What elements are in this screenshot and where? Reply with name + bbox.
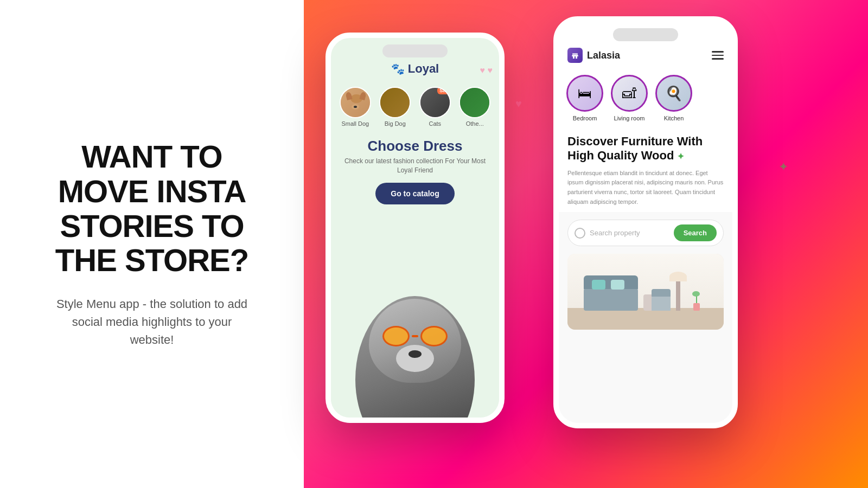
plant-leaf: [692, 291, 700, 297]
pet-avatar-cats: [419, 87, 451, 118]
hamburger-menu[interactable]: [712, 51, 724, 60]
category-circle-bedroom: 🛏: [566, 75, 603, 112]
search-circle-icon: [575, 228, 585, 239]
left-section: WANT TO MOVE INSTA STORIES TO THE STORE?…: [0, 0, 304, 488]
pet-category-cats[interactable]: Cats: [419, 87, 451, 127]
pet-category-small-dog[interactable]: Small Dog: [340, 87, 371, 127]
chair-back: [652, 289, 671, 297]
category-living[interactable]: 🛋 Living room: [611, 75, 648, 121]
pet-label-big-dog: Big Dog: [385, 120, 406, 127]
svg-rect-3: [572, 53, 578, 56]
pet-category-big-dog[interactable]: Big Dog: [379, 87, 411, 127]
pet-categories: Small Dog Big Dog Cats Othe...: [331, 82, 499, 131]
search-bar: Search property Search: [567, 220, 724, 246]
deco-heart-2: ♥: [515, 98, 522, 110]
pet-avatar-other: [459, 87, 490, 118]
paw-icon: 🐾: [391, 62, 405, 75]
lalasia-app-name: Lalasia: [587, 50, 620, 61]
pet-category-other[interactable]: Othe...: [459, 87, 490, 127]
room-scene: [567, 254, 724, 330]
discover-title: Discover Furniture With High Quality Woo…: [567, 134, 724, 163]
phone-notch-1: [382, 44, 448, 57]
room-chair: [652, 296, 671, 311]
search-button[interactable]: Search: [674, 224, 717, 241]
lalasia-logo-area: Lalasia: [567, 48, 620, 63]
category-kitchen[interactable]: 🍳 Kitchen: [655, 75, 692, 121]
category-circle-kitchen: 🍳: [655, 75, 692, 112]
deco-swirl-1: ✦: [778, 160, 788, 174]
lalasia-header: Lalasia: [559, 41, 732, 69]
phone-2-inner: Lalasia 🛏 Bedroom 🛋 Living room: [559, 41, 732, 428]
loyal-logo: 🐾 Loyal: [331, 62, 499, 76]
category-bedroom[interactable]: 🛏 Bedroom: [566, 75, 603, 121]
hamburger-line-1: [712, 51, 724, 53]
choose-dress-sub: Check our latest fashion collection For …: [342, 157, 488, 175]
heart-deco: ♥ ♥: [480, 66, 493, 75]
discover-section: Discover Furniture With High Quality Woo…: [559, 127, 732, 212]
lamp-shade: [669, 272, 687, 281]
pet-label-small-dog: Small Dog: [341, 120, 369, 127]
svg-rect-2: [576, 56, 577, 59]
svg-rect-1: [573, 56, 575, 59]
lalasia-categories: 🛏 Bedroom 🛋 Living room 🍳 Kitchen: [559, 69, 732, 127]
plant-pot: [693, 303, 700, 311]
lalasia-app-icon: [567, 48, 583, 63]
hamburger-line-3: [712, 58, 724, 60]
main-headline: WANT TO MOVE INSTA STORIES TO THE STORE?: [33, 139, 271, 278]
room-pillow-2: [611, 280, 624, 290]
dog-image-area: [331, 264, 499, 423]
hamburger-line-2: [712, 55, 724, 56]
phone-notch-2: [613, 28, 678, 41]
catalog-button[interactable]: Go to catalog: [375, 183, 454, 204]
phone-mockup-loyal: ♥ ♥ 🐾 Loyal Small: [326, 33, 505, 423]
phone-1-inner: ♥ ♥ 🐾 Loyal Small: [331, 57, 499, 423]
pet-label-other: Othe...: [466, 120, 484, 127]
category-label-living: Living room: [614, 115, 645, 121]
choose-dress-section: Choose Dress Check our latest fashion co…: [331, 131, 499, 209]
category-label-bedroom: Bedroom: [573, 115, 597, 121]
room-lamp: [676, 278, 680, 311]
room-plant: [691, 284, 702, 311]
phone-1-header: 🐾 Loyal: [331, 57, 499, 82]
room-image: [567, 254, 724, 330]
discover-description: Pellentesque etiam blandit in tincidunt …: [567, 169, 724, 207]
star-badge: ✦: [677, 152, 684, 161]
search-placeholder: Search property: [590, 229, 669, 237]
phone-mockup-lalasia: Lalasia 🛏 Bedroom 🛋 Living room: [553, 16, 738, 428]
category-circle-living: 🛋: [611, 75, 648, 112]
pet-avatar-big-dog: [379, 87, 411, 118]
room-floor: [567, 308, 724, 330]
sub-text: Style Menu app - the solution to add soc…: [49, 295, 255, 349]
pet-avatar-small-dog: [340, 87, 371, 118]
pet-label-cats: Cats: [429, 120, 441, 127]
room-sofa: [584, 286, 638, 311]
room-pillow-1: [592, 280, 605, 290]
choose-dress-title: Choose Dress: [342, 138, 488, 155]
dog-body: [355, 296, 475, 423]
category-label-kitchen: Kitchen: [664, 115, 684, 121]
loyal-app-name: Loyal: [408, 62, 439, 76]
